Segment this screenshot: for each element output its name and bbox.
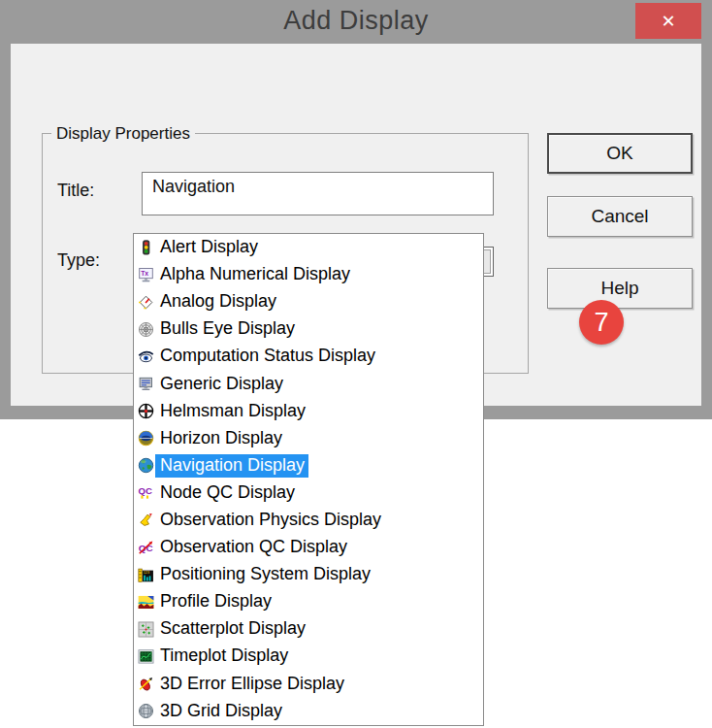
alert-icon (138, 240, 154, 256)
bulls-eye-icon (138, 321, 154, 338)
dropdown-option-label: Positioning System Display (155, 563, 374, 586)
ok-button[interactable]: OK (547, 133, 693, 174)
dropdown-option-label: Scatterplot Display (155, 617, 309, 641)
profile-icon (138, 594, 154, 611)
dropdown-option-node-qc-display[interactable]: QCNode QC Display (134, 480, 483, 507)
dropdown-option-label: Observation Physics Display (155, 509, 385, 532)
dropdown-option-label: Alert Display (155, 236, 262, 259)
help-button[interactable]: Help (547, 268, 693, 309)
dropdown-option-label: 3D Grid Display (155, 700, 286, 723)
dropdown-option-label: Profile Display (155, 590, 275, 613)
observation-qc-icon: QC (138, 540, 154, 556)
close-button[interactable]: ✕ (635, 3, 701, 39)
dropdown-option-generic-display[interactable]: Generic Display (134, 370, 483, 397)
title-field-label: Title: (57, 181, 94, 201)
dropdown-option-observation-qc-display[interactable]: QCObservation QC Display (134, 534, 483, 561)
dropdown-option-bulls-eye-display[interactable]: Bulls Eye Display (134, 315, 483, 343)
dropdown-option-navigation-display[interactable]: Navigation Display (134, 452, 483, 480)
dropdown-option-label: Computation Status Display (155, 345, 379, 368)
cancel-button[interactable]: Cancel (547, 196, 693, 237)
dropdown-option-label: Alpha Numerical Display (155, 263, 354, 286)
analog-icon (138, 294, 154, 311)
dropdown-option-label: Generic Display (155, 373, 287, 396)
dropdown-option-label: Bulls Eye Display (155, 317, 299, 341)
type-dropdown-list: Alert DisplayTxAlpha Numerical DisplayAn… (133, 233, 484, 726)
horizon-icon (138, 430, 154, 447)
dropdown-option-alpha-numerical-display[interactable]: TxAlpha Numerical Display (134, 261, 483, 288)
dropdown-option-positioning-system-display[interactable]: 123Positioning System Display (134, 561, 483, 588)
positioning-system-icon: 123 (138, 567, 154, 583)
svg-text:QC: QC (139, 485, 152, 496)
dropdown-option-label: Observation QC Display (155, 536, 351, 559)
dropdown-option-label: Timeplot Display (155, 645, 292, 668)
dropdown-option-3d-grid-display[interactable]: 3D Grid Display (134, 698, 483, 725)
titlebar: Add Display ✕ (0, 0, 712, 44)
dropdown-option-label: Navigation Display (155, 454, 308, 478)
dropdown-option-horizon-display[interactable]: Horizon Display (134, 425, 483, 452)
dropdown-option-label: Node QC Display (155, 481, 299, 505)
computation-status-icon (138, 348, 154, 365)
observation-physics-icon (138, 512, 154, 528)
grid-3d-icon (138, 703, 154, 719)
alpha-numerical-icon: Tx (138, 267, 154, 283)
error-ellipse-3d-icon (138, 676, 154, 692)
dropdown-option-label: Analog Display (155, 290, 280, 314)
dropdown-option-profile-display[interactable]: Profile Display (134, 588, 483, 615)
window-title: Add Display (0, 6, 712, 36)
generic-icon (138, 376, 154, 392)
dropdown-option-analog-display[interactable]: Analog Display (134, 288, 483, 315)
dropdown-option-computation-status-display[interactable]: Computation Status Display (134, 343, 483, 370)
dropdown-option-observation-physics-display[interactable]: Observation Physics Display (134, 507, 483, 534)
step-number: 7 (594, 308, 608, 338)
type-field-label: Type: (57, 250, 100, 271)
navigation-icon (138, 457, 154, 474)
svg-text:123: 123 (144, 571, 149, 575)
dropdown-option-timeplot-display[interactable]: Timeplot Display (134, 643, 483, 670)
node-qc-icon: QC (138, 484, 154, 501)
title-input[interactable] (142, 172, 494, 215)
dropdown-option-scatterplot-display[interactable]: Scatterplot Display (134, 615, 483, 643)
close-icon: ✕ (661, 11, 675, 32)
svg-text:Tx: Tx (141, 270, 148, 277)
groupbox-label: Display Properties (51, 124, 195, 144)
dropdown-option-helmsman-display[interactable]: Helmsman Display (134, 398, 483, 425)
dropdown-option-alert-display[interactable]: Alert Display (134, 234, 483, 261)
scatterplot-icon (138, 621, 154, 638)
step-annotation-badge: 7 (579, 300, 624, 345)
dropdown-option-label: 3D Error Ellipse Display (155, 673, 348, 696)
dropdown-option-3d-error-ellipse-display[interactable]: 3D Error Ellipse Display (134, 671, 483, 698)
dropdown-option-label: Helmsman Display (155, 400, 309, 423)
timeplot-icon (138, 648, 154, 665)
helmsman-icon (138, 403, 154, 419)
dropdown-option-label: Horizon Display (155, 427, 286, 450)
